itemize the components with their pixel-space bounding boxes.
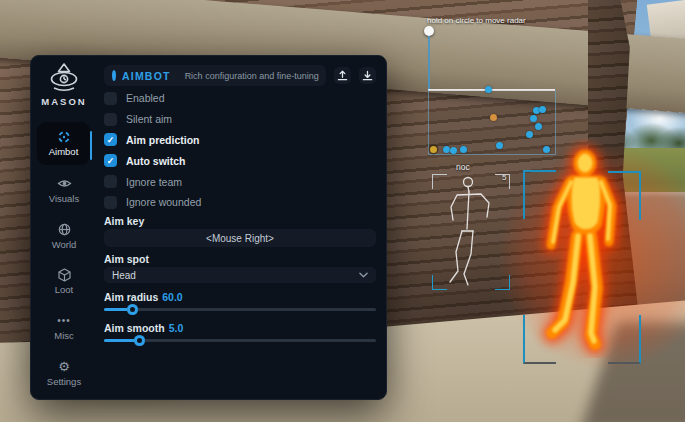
- mason-eye-logo-icon: [44, 62, 84, 95]
- checkbox-ignore-team[interactable]: ✓ Ignore team: [104, 171, 376, 192]
- chevron-down-icon: [359, 272, 368, 278]
- aim-spot-label: Aim spot: [104, 253, 149, 265]
- skeleton-player-name: noc: [456, 162, 470, 172]
- aim-key-label: Aim key: [104, 215, 144, 227]
- esp-box-corner-bottom-left: [523, 315, 556, 364]
- radar-dot: [430, 146, 437, 153]
- checkbox-box: ✓: [104, 175, 117, 188]
- check-icon: ✓: [107, 135, 115, 145]
- radar-dot: [496, 142, 503, 149]
- sidebar-item-visuals[interactable]: Visuals: [31, 176, 97, 204]
- checkbox-box: ✓: [104, 113, 117, 126]
- esp-box-corner-top-right: [608, 171, 641, 220]
- radar-dot: [526, 131, 533, 138]
- crosshair-icon: [37, 129, 90, 144]
- tab-header: AIMBOT Rich configuration and fine-tunin…: [104, 65, 376, 86]
- import-config-button[interactable]: [334, 67, 351, 84]
- tab-subtitle: Rich configuration and fine-tuning: [185, 71, 319, 81]
- dots-icon: •••: [31, 313, 97, 328]
- aim-radius-value: 60.0: [162, 291, 182, 303]
- download-icon: [362, 70, 373, 81]
- aimbot-ring-icon: [112, 70, 116, 81]
- checkbox-auto-switch[interactable]: ✓ Auto switch: [104, 150, 376, 171]
- eye-icon: [31, 176, 97, 191]
- aim-key-binding-button[interactable]: <Mouse Right>: [104, 229, 376, 247]
- checkbox-list: ✓ Enabled ✓ Silent aim ✓ Aim prediction …: [104, 88, 376, 213]
- slider-handle[interactable]: [127, 304, 138, 315]
- cube-icon: [31, 267, 97, 282]
- game-screenshot: noc 5 hold on circle to move radar: [0, 0, 685, 422]
- sidebar-item-misc[interactable]: ••• Misc: [31, 313, 97, 341]
- sidebar-item-settings[interactable]: ⚙ Settings: [31, 359, 97, 387]
- aim-smooth-slider[interactable]: [104, 335, 376, 346]
- radar-dot: [530, 115, 537, 122]
- checkbox-box: ✓: [104, 92, 117, 105]
- radar-dot: [539, 106, 546, 113]
- export-config-button[interactable]: [359, 67, 376, 84]
- radar-dot: [450, 147, 457, 154]
- tab-header-box: AIMBOT Rich configuration and fine-tunin…: [104, 65, 326, 86]
- upload-icon: [337, 70, 348, 81]
- radar-dot: [490, 114, 497, 121]
- esp-box-corner-bottom-right: [608, 315, 641, 364]
- checkbox-ignore-wounded[interactable]: ✓ Ignore wounded: [104, 192, 376, 213]
- checkbox-box: ✓: [104, 154, 117, 167]
- brand-name: MASON: [31, 96, 97, 107]
- skeleton-esp: [440, 174, 502, 289]
- radar-dot: [485, 86, 492, 93]
- sidebar-item-world[interactable]: World: [31, 222, 97, 250]
- aim-radius-slider[interactable]: [104, 304, 376, 315]
- radar-dot: [443, 146, 450, 153]
- cheat-menu-panel: MASON Aimbot Visuals World Loot: [30, 55, 387, 400]
- radar-dot: [543, 146, 550, 153]
- aimbot-tab-content: AIMBOT Rich configuration and fine-tunin…: [104, 56, 376, 399]
- checkbox-enabled[interactable]: ✓ Enabled: [104, 88, 376, 109]
- sidebar-item-aimbot[interactable]: Aimbot: [37, 122, 90, 165]
- brand-logo: MASON: [31, 62, 97, 107]
- slider-handle[interactable]: [134, 335, 145, 346]
- tab-title: AIMBOT: [122, 70, 171, 82]
- aim-smooth-value: 5.0: [169, 322, 184, 334]
- radar-dot: [460, 146, 467, 153]
- checkbox-box: ✓: [104, 196, 117, 209]
- sidebar-item-loot[interactable]: Loot: [31, 267, 97, 295]
- radar-hint-text: hold on circle to move radar: [427, 16, 526, 25]
- globe-icon: [31, 222, 97, 237]
- slider-track: [104, 308, 376, 311]
- esp-box-corner-top-left: [523, 170, 556, 219]
- aim-radius-label: Aim radius60.0: [104, 291, 183, 303]
- aim-smooth-label: Aim smooth5.0: [104, 322, 183, 334]
- check-icon: ✓: [107, 156, 115, 166]
- gear-icon: ⚙: [31, 359, 97, 374]
- radar-handle-stem: [428, 36, 430, 90]
- aim-spot-select[interactable]: Head: [104, 267, 376, 283]
- checkbox-aim-prediction[interactable]: ✓ Aim prediction: [104, 130, 376, 151]
- checkbox-box: ✓: [104, 133, 117, 146]
- aim-spot-value: Head: [112, 270, 136, 281]
- radar-dot: [535, 123, 542, 130]
- radar-move-handle[interactable]: [424, 26, 434, 36]
- checkbox-silent-aim[interactable]: ✓ Silent aim: [104, 109, 376, 130]
